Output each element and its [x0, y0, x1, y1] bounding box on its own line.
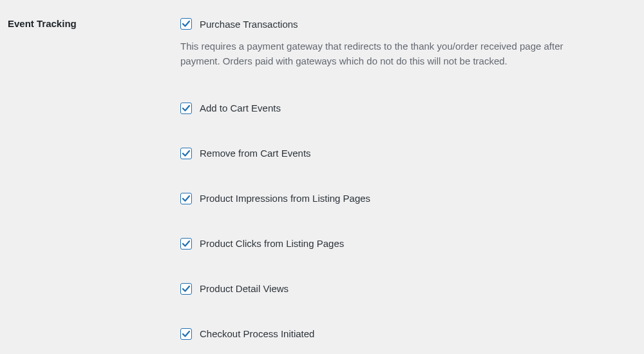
checkbox-remove-from-cart[interactable] — [180, 148, 192, 159]
options-column: Purchase Transactions This requires a pa… — [180, 18, 644, 340]
checkbox-add-to-cart[interactable] — [180, 103, 192, 114]
checkbox-row: Product Impressions from Listing Pages — [180, 193, 631, 204]
checkbox-product-detail-views[interactable] — [180, 283, 192, 295]
option-product-impressions: Product Impressions from Listing Pages — [180, 193, 631, 204]
label-product-clicks[interactable]: Product Clicks from Listing Pages — [200, 238, 344, 249]
checkbox-row: Add to Cart Events — [180, 103, 631, 114]
label-remove-from-cart[interactable]: Remove from Cart Events — [200, 148, 311, 159]
label-checkout-initiated[interactable]: Checkout Process Initiated — [200, 328, 314, 339]
option-checkout-initiated: Checkout Process Initiated — [180, 328, 631, 340]
option-purchase-transactions: Purchase Transactions This requires a pa… — [180, 18, 631, 69]
label-product-impressions[interactable]: Product Impressions from Listing Pages — [200, 193, 370, 204]
helper-purchase-transactions: This requires a payment gateway that red… — [180, 39, 605, 69]
settings-row: Event Tracking Purchase Transactions Thi… — [0, 0, 644, 340]
label-column: Event Tracking — [8, 18, 180, 340]
checkbox-row: Purchase Transactions — [180, 18, 631, 30]
checkbox-product-clicks[interactable] — [180, 238, 192, 250]
checkbox-row: Remove from Cart Events — [180, 148, 631, 159]
section-title: Event Tracking — [8, 18, 180, 29]
checkbox-row: Checkout Process Initiated — [180, 328, 631, 340]
checkbox-checkout-initiated[interactable] — [180, 328, 192, 340]
checkbox-row: Product Clicks from Listing Pages — [180, 238, 631, 250]
label-purchase-transactions[interactable]: Purchase Transactions — [200, 19, 298, 30]
option-product-detail-views: Product Detail Views — [180, 283, 631, 295]
checkbox-row: Product Detail Views — [180, 283, 631, 295]
option-remove-from-cart: Remove from Cart Events — [180, 148, 631, 159]
label-add-to-cart[interactable]: Add to Cart Events — [200, 103, 281, 113]
option-product-clicks: Product Clicks from Listing Pages — [180, 238, 631, 250]
checkbox-product-impressions[interactable] — [180, 193, 192, 204]
option-add-to-cart: Add to Cart Events — [180, 103, 631, 114]
label-product-detail-views[interactable]: Product Detail Views — [200, 283, 289, 294]
checkbox-purchase-transactions[interactable] — [180, 18, 192, 30]
